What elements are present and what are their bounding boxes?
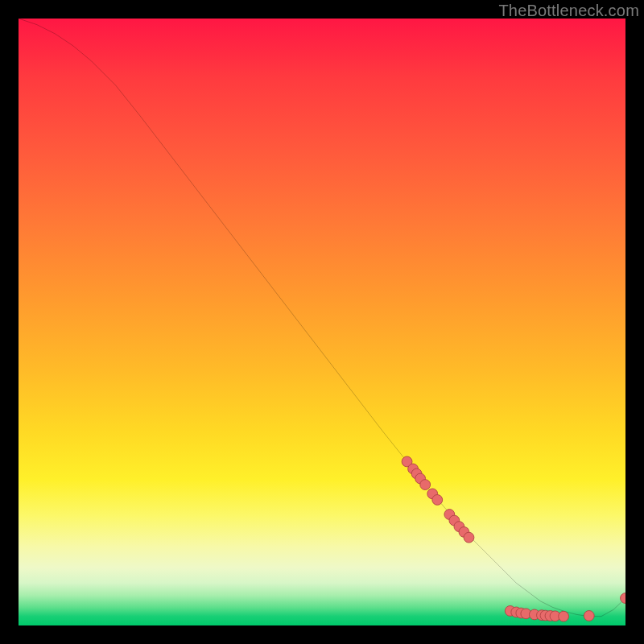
marker-dot <box>432 495 443 506</box>
highlighted-points-group <box>402 456 625 621</box>
chart-stage: TheBottleneck.com <box>0 0 644 644</box>
plot-area <box>19 19 625 625</box>
marker-dot <box>584 611 594 621</box>
marker-dot <box>464 532 474 543</box>
marker-dot <box>621 593 625 604</box>
chart-svg <box>19 19 625 625</box>
watermark-text: TheBottleneck.com <box>498 2 639 20</box>
marker-dot <box>420 480 431 490</box>
marker-dot <box>559 611 569 621</box>
bottleneck-curve-line <box>19 19 625 617</box>
